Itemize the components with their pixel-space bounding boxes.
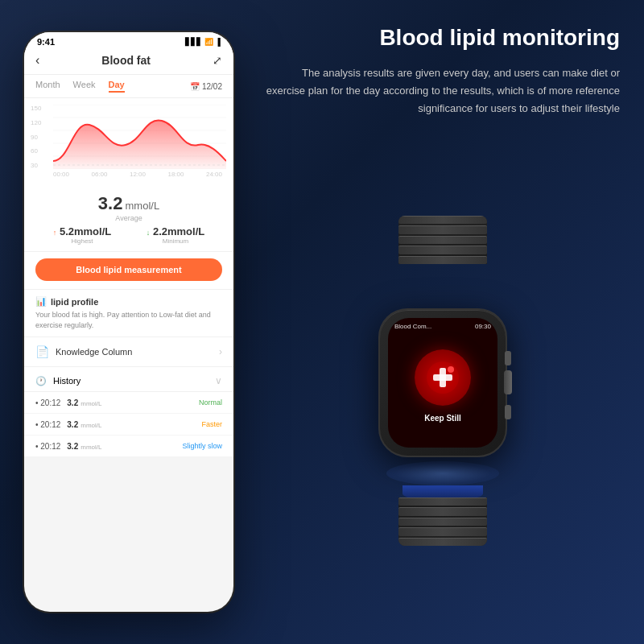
tab-bar: Month Week Day 📅 12/02: [24, 75, 233, 98]
history-header[interactable]: 🕐 History ∨: [24, 367, 233, 392]
chart-x-labels: 00:00 06:00 12:00 18:00 24:00: [53, 169, 222, 178]
left-panel: 9:41 ▋▋▋ 📶 ▐ ‹ Blood fat ⤢ Month Week Da…: [0, 0, 250, 644]
x-label-18: 18:00: [167, 171, 184, 178]
x-label-6: 06:00: [91, 171, 107, 178]
knowledge-column-left: 📄 Knowledge Column: [35, 345, 132, 358]
minimum-trend-icon: ↓: [147, 229, 151, 237]
history-icon: 🕐: [35, 376, 47, 386]
y-label-90: 90: [31, 134, 41, 141]
history-label: History: [53, 376, 80, 386]
wifi-icon: 📶: [204, 38, 213, 46]
x-label-12: 12:00: [130, 171, 146, 178]
tab-month[interactable]: Month: [35, 80, 60, 93]
phone-frame: 9:41 ▋▋▋ 📶 ▐ ‹ Blood fat ⤢ Month Week Da…: [24, 32, 233, 612]
history-unit-0: mmol/L: [80, 400, 101, 407]
watch-pedestal-base: [386, 461, 499, 485]
measure-button[interactable]: Blood lipid measurement: [35, 258, 222, 281]
y-label-60: 60: [31, 147, 41, 155]
tab-week[interactable]: Week: [73, 80, 96, 93]
watch-screen-title: Blood Com...: [394, 323, 431, 330]
lipid-section: 📊 lipid profile Your blood fat is high. …: [24, 290, 233, 337]
chart-svg: [53, 105, 222, 169]
watch-center-icon: [415, 349, 471, 406]
lipid-section-title: 📊 lipid profile: [35, 296, 222, 307]
history-unit-1: mmol/L: [80, 422, 101, 429]
history-item-2: • 20:12 3.2 mmol/L Slightly slow: [24, 436, 233, 457]
highest-value: ↑ 5.2mmol/L: [53, 225, 111, 237]
highest-label: Highest: [53, 237, 111, 245]
watch-screen-header: Blood Com... 09:30: [388, 318, 497, 330]
main-stat-value: 3.2: [98, 193, 123, 213]
main-stat: 3.2 mmol/L Average: [35, 193, 222, 222]
history-section: 🕐 History ∨ • 20:12 3.2 mmol/L Normal • …: [24, 367, 233, 457]
watch-screen-time: 09:30: [475, 323, 491, 330]
tab-day[interactable]: Day: [109, 80, 125, 93]
knowledge-column-item[interactable]: 📄 Knowledge Column ›: [24, 337, 233, 367]
y-label-120: 120: [31, 119, 41, 126]
history-header-left: 🕐 History: [35, 376, 80, 386]
watch-keep-still-text: Keep Still: [424, 414, 461, 423]
history-val-0: 3.2: [67, 398, 78, 407]
knowledge-column-label: Knowledge Column: [56, 347, 132, 357]
minimum-val-text: 2.2mmol/L: [153, 225, 204, 237]
minimum-value: ↓ 2.2mmol/L: [147, 225, 204, 237]
y-label-30: 30: [31, 162, 41, 169]
watch-btn-bottom: [505, 405, 511, 419]
y-label-150: 150: [31, 105, 41, 112]
watch-band-bottom: [398, 497, 487, 546]
share-icon[interactable]: ⤢: [213, 54, 222, 67]
app-title: Blood fat: [101, 54, 151, 67]
main-stat-label: Average: [35, 214, 222, 222]
watch-btn-top: [505, 351, 511, 365]
watch-body: Blood Com... 09:30: [378, 308, 507, 457]
right-panel: Blood lipid monitoring The analysis resu…: [250, 0, 644, 644]
lipid-title-text: lipid profile: [51, 297, 98, 307]
history-val-2: 3.2: [67, 442, 78, 451]
highest-trend-icon: ↑: [53, 229, 57, 237]
date-value: 12/02: [202, 82, 222, 91]
watch-container: Blood Com... 09:30: [266, 134, 620, 628]
x-label-24: 24:00: [206, 171, 222, 178]
watch-pedestal: Blood Com... 09:30: [378, 260, 507, 502]
x-label-0: 00:00: [53, 171, 69, 178]
date-badge: 📅 12/02: [190, 82, 222, 91]
back-button[interactable]: ‹: [35, 53, 39, 68]
svg-rect-9: [433, 374, 452, 381]
status-bar: 9:41 ▋▋▋ 📶 ▐: [24, 32, 233, 50]
highest-val-text: 5.2mmol/L: [60, 225, 111, 237]
lipid-section-desc: Your blood fat is high. Pay attention to…: [35, 310, 222, 330]
app-header: ‹ Blood fat ⤢: [24, 50, 233, 75]
history-status-0: Normal: [199, 398, 222, 407]
measure-btn-wrap: Blood lipid measurement: [24, 252, 233, 290]
history-item-0: • 20:12 3.2 mmol/L Normal: [24, 392, 233, 414]
highest-stat: ↑ 5.2mmol/L Highest: [53, 225, 111, 245]
minimum-label: Minimum: [147, 237, 204, 245]
knowledge-column-icon: 📄: [35, 345, 49, 358]
watch-crown: [504, 370, 512, 394]
knowledge-column-arrow: ›: [219, 346, 222, 357]
chart-area: 150 120 90 60 30: [24, 98, 233, 187]
tab-group: Month Week Day: [35, 80, 125, 93]
status-icons: ▋▋▋ 📶 ▐: [185, 38, 221, 46]
signal-icon: ▋▋▋: [185, 38, 202, 46]
lipid-icon: 📊: [35, 296, 47, 307]
watch-wrapper: Blood Com... 09:30: [378, 308, 507, 457]
battery-icon: ▐: [216, 38, 221, 46]
main-stat-unit: mmol/L: [126, 200, 160, 212]
history-item-1: • 20:12 3.2 mmol/L Faster: [24, 414, 233, 436]
chart-y-labels: 150 120 90 60 30: [31, 105, 41, 169]
watch-screen: Blood Com... 09:30: [388, 318, 497, 448]
feature-desc: The analysis results are given every day…: [266, 64, 620, 118]
status-time: 9:41: [37, 37, 55, 47]
calendar-icon: 📅: [190, 82, 200, 91]
history-status-2: Slightly slow: [182, 442, 222, 450]
history-unit-2: mmol/L: [80, 444, 101, 451]
history-val-1: 3.2: [67, 420, 78, 429]
sub-stats: ↑ 5.2mmol/L Highest ↓ 2.2mmol/L Minimum: [35, 225, 222, 245]
history-expand-icon[interactable]: ∨: [215, 375, 222, 386]
feature-title: Blood lipid monitoring: [266, 24, 620, 52]
stats-section: 3.2 mmol/L Average ↑ 5.2mmol/L Highest ↓…: [24, 187, 233, 252]
watch-band-top: [398, 216, 487, 264]
minimum-stat: ↓ 2.2mmol/L Minimum: [147, 225, 204, 245]
history-time-1: • 20:12: [35, 420, 60, 429]
